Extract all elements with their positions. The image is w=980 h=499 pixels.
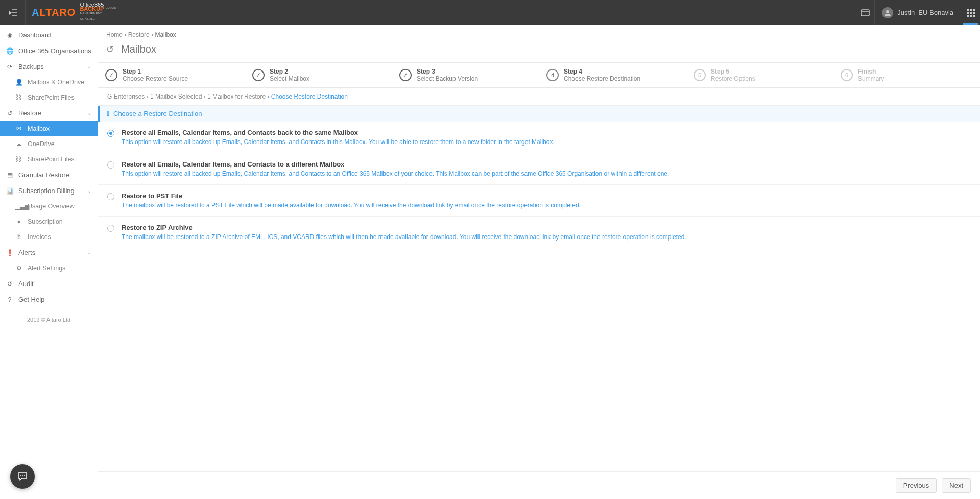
topbar: ALTARO Office365 BACKUP CLOUDMANAGEMENTC… — [0, 0, 980, 25]
svg-point-12 — [20, 475, 21, 476]
wizard-breadcrumb: G Enterprises › 1 Mailbox Selected › 1 M… — [98, 88, 980, 106]
svg-point-2 — [886, 10, 889, 13]
sidebar-item-restore-mailbox[interactable]: ✉Mailbox — [0, 121, 98, 136]
sidebar-item-help[interactable]: ?Get Help — [0, 292, 98, 307]
svg-rect-5 — [973, 9, 975, 11]
check-icon — [252, 69, 265, 81]
svg-point-13 — [22, 475, 23, 476]
user-name: Justin_EU Bonavia — [897, 9, 953, 16]
svg-point-14 — [24, 475, 25, 476]
cloud-icon: ☁ — [15, 140, 22, 148]
main-content: Home › Restore › Mailbox ↺ Mailbox Step … — [98, 25, 980, 499]
apps-grid-icon — [967, 9, 975, 17]
restore-option-zip[interactable]: Restore to ZIP ArchiveThe mailbox will b… — [98, 217, 980, 248]
svg-rect-6 — [967, 12, 969, 14]
svg-rect-11 — [973, 15, 975, 17]
undo-icon: ↺ — [6, 110, 13, 117]
previous-button[interactable]: Previous — [896, 478, 937, 493]
step-number-icon: 4 — [546, 69, 559, 81]
sidebar-item-restore-sharepoint[interactable]: ⛓SharePoint Files — [0, 152, 98, 167]
document-icon: 🗎 — [15, 233, 22, 241]
restore-option-pst[interactable]: Restore to PST FileThe mailbox will be r… — [98, 185, 980, 217]
restore-option-same-mailbox[interactable]: Restore all Emails, Calendar Items, and … — [98, 122, 980, 153]
menu-collapse-icon — [9, 9, 17, 16]
sidebar-item-billing-subscription[interactable]: ●Subscription — [0, 214, 98, 229]
user-icon: 👤 — [15, 79, 22, 86]
sitemap-icon: ⛓ — [15, 156, 22, 163]
sidebar: ◉Dashboard 🌐Office 365 Organisations ⟳Ba… — [0, 25, 98, 499]
sidebar-item-backups-sharepoint[interactable]: ⛓SharePoint Files — [0, 90, 98, 105]
notifications-button[interactable] — [855, 0, 874, 25]
page-title: Mailbox — [121, 43, 156, 55]
next-button[interactable]: Next — [942, 478, 971, 493]
history-icon: ↺ — [6, 280, 13, 288]
sidebar-item-restore[interactable]: ↺Restore⌄ — [0, 105, 98, 121]
svg-rect-3 — [967, 9, 969, 11]
sidebar-item-backups[interactable]: ⟳Backups⌄ — [0, 59, 98, 75]
svg-rect-10 — [970, 15, 972, 17]
restore-option-different-mailbox[interactable]: Restore all Emails, Calendar Items, and … — [98, 153, 980, 185]
sidebar-item-organisations[interactable]: 🌐Office 365 Organisations — [0, 43, 98, 59]
info-banner-text: Choose a Restore Destination — [113, 110, 202, 117]
chart-icon: 📊 — [6, 187, 13, 195]
sidebar-item-restore-onedrive[interactable]: ☁OneDrive — [0, 136, 98, 152]
wizard-step-4[interactable]: 4Step 4Choose Restore Destination — [539, 63, 686, 87]
wizard-step-6: 6FinishSummary — [833, 63, 980, 87]
sidebar-item-billing-usage[interactable]: ▁▃▅Usage Overview — [0, 199, 98, 214]
radio-icon — [107, 161, 114, 169]
sidebar-item-billing[interactable]: 📊Subscription Billing⌄ — [0, 183, 98, 199]
wizard-step-3[interactable]: Step 3Select Backup Version — [392, 63, 539, 87]
radio-icon — [107, 193, 114, 200]
sidebar-toggle-button[interactable] — [0, 0, 26, 25]
svg-rect-9 — [967, 15, 969, 17]
wizard-step-1[interactable]: Step 1Choose Restore Source — [98, 63, 245, 87]
info-banner: ℹ Choose a Restore Destination — [98, 106, 980, 122]
svg-rect-7 — [970, 12, 972, 14]
chevron-down-icon: ⌄ — [87, 188, 91, 194]
chevron-down-icon: ⌄ — [87, 250, 91, 255]
footer-actions: Previous Next — [98, 471, 980, 499]
svg-rect-0 — [861, 10, 869, 16]
breadcrumb-mailbox: Mailbox — [155, 31, 176, 38]
sidebar-footer: 2019 © Altaro Ltd — [0, 307, 98, 332]
avatar — [882, 7, 893, 18]
gear-icon: ⚙ — [15, 265, 22, 272]
step-number-icon: 5 — [694, 69, 706, 81]
radio-icon — [107, 225, 114, 232]
card-icon — [861, 9, 870, 16]
sidebar-item-granular[interactable]: ▤Granular Restore — [0, 167, 98, 183]
svg-rect-8 — [973, 12, 975, 14]
sidebar-item-alert-settings[interactable]: ⚙Alert Settings — [0, 260, 98, 276]
bar-chart-icon: ▁▃▅ — [15, 203, 22, 210]
radio-icon — [107, 130, 114, 137]
alert-icon: ❗ — [6, 249, 13, 256]
apps-button[interactable] — [961, 0, 980, 25]
chevron-down-icon: ⌄ — [87, 64, 91, 69]
sitemap-icon: ⛓ — [15, 94, 22, 101]
chat-icon — [17, 471, 28, 482]
sidebar-item-alerts[interactable]: ❗Alerts⌄ — [0, 245, 98, 260]
breadcrumb-home[interactable]: Home — [106, 31, 123, 38]
chat-button[interactable] — [10, 464, 35, 489]
wizard-step-5: 5Step 5Restore Options — [686, 63, 833, 87]
check-icon — [105, 69, 117, 81]
sidebar-item-audit[interactable]: ↺Audit — [0, 276, 98, 292]
chevron-down-icon: ⌄ — [87, 110, 91, 116]
user-icon — [884, 9, 891, 16]
sidebar-item-dashboard[interactable]: ◉Dashboard — [0, 27, 98, 43]
wizard-step-2[interactable]: Step 2Select Mailbox — [245, 63, 392, 87]
sidebar-item-backups-mailbox[interactable]: 👤Mailbox & OneDrive — [0, 75, 98, 90]
undo-icon: ↺ — [106, 44, 114, 55]
refresh-icon: ⟳ — [6, 63, 13, 70]
breadcrumb-restore[interactable]: Restore — [128, 31, 150, 38]
globe-icon: 🌐 — [6, 47, 13, 55]
brand-logo[interactable]: ALTARO Office365 BACKUP CLOUDMANAGEMENTC… — [26, 0, 123, 25]
step-number-icon: 6 — [841, 69, 853, 81]
breadcrumb: Home › Restore › Mailbox — [98, 25, 980, 40]
page-heading: ↺ Mailbox — [98, 40, 980, 62]
check-icon — [399, 69, 412, 81]
sidebar-item-billing-invoices[interactable]: 🗎Invoices — [0, 229, 98, 245]
user-menu[interactable]: Justin_EU Bonavia — [874, 0, 961, 25]
dashboard-icon: ◉ — [6, 32, 13, 39]
svg-rect-4 — [970, 9, 972, 11]
